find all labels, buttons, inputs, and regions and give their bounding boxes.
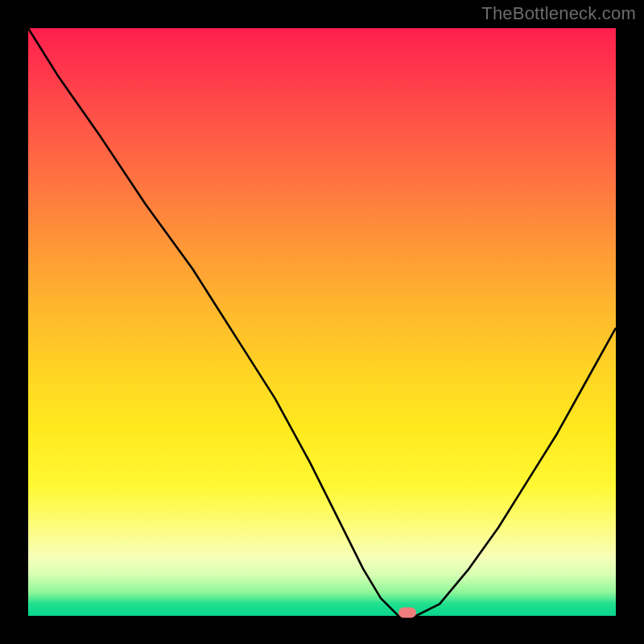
bottleneck-curve-path (28, 28, 616, 616)
plot-area (28, 28, 616, 616)
watermark-text: TheBottleneck.com (481, 3, 636, 24)
chart-frame: TheBottleneck.com (0, 0, 644, 644)
optimal-marker (398, 608, 416, 618)
bottleneck-curve-svg (28, 28, 616, 616)
